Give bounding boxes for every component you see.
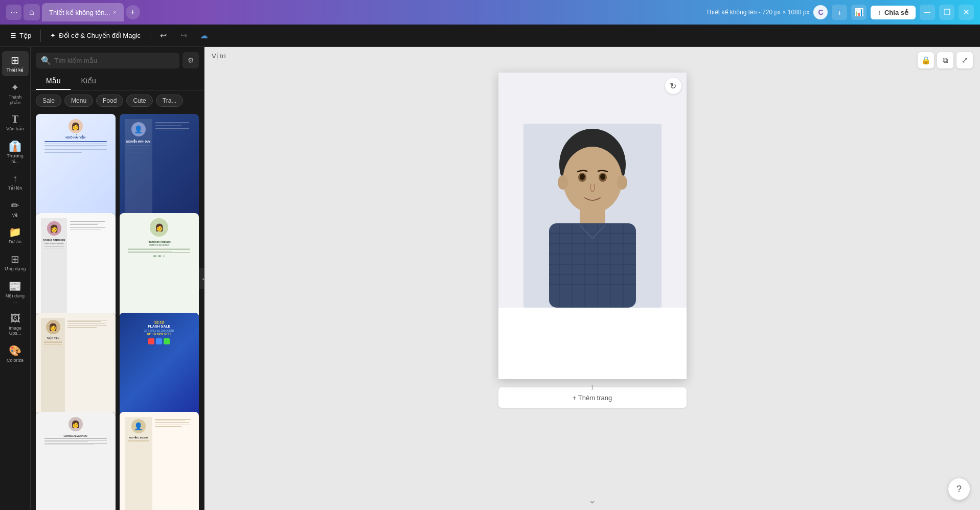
- canva-logo: C: [813, 5, 828, 19]
- add-tab-btn[interactable]: +: [126, 5, 140, 19]
- sidebar-item-van-ban[interactable]: T Văn bản: [2, 110, 29, 135]
- sidebar-item-ung-dung[interactable]: ⊞ Ứng dụng: [2, 250, 29, 275]
- lock-btn[interactable]: 🔒: [918, 52, 934, 68]
- template-card-4[interactable]: 👩 Francisco Andrade GRAPHIC DESIGNER: [120, 213, 199, 327]
- search-input[interactable]: [54, 57, 174, 64]
- sidebar-icons: ⊞ Thiết kế ✦ Thành phần T Văn bản 👔 Thươ…: [0, 47, 31, 510]
- minimize-icon: —: [924, 9, 930, 16]
- chip-travel[interactable]: Tra...: [156, 95, 184, 107]
- sidebar-item-noi-dung[interactable]: 📰 Nội dung ...: [2, 277, 29, 308]
- template-card-3[interactable]: 👩 DONNA STROUPE Sales Representative: [36, 213, 116, 327]
- filter-chips: Sale Menu Food Cute Tra...: [31, 90, 204, 111]
- template-card-2[interactable]: 👤 NGUYỄN MINH DUY: [120, 114, 199, 227]
- canvas-page-wrap: ↻ 1 + Thêm trang: [498, 73, 687, 449]
- cloud-save-btn[interactable]: ☁: [196, 28, 212, 43]
- plus-btn[interactable]: +: [832, 5, 847, 20]
- canvas-content: [498, 73, 687, 308]
- person-svg: [523, 124, 662, 308]
- tab-mau[interactable]: Mẫu: [36, 73, 71, 90]
- minimize-btn[interactable]: —: [920, 5, 935, 20]
- chip-cute[interactable]: Cute: [126, 95, 152, 107]
- design-title: Thiết kế không tên - 720 px × 1080 px: [706, 9, 809, 16]
- sidebar-item-ve[interactable]: ✏ Vẽ: [2, 196, 29, 221]
- sidebar-item-colorize[interactable]: 🎨 Colorize: [2, 341, 29, 366]
- thuong-hieu-label: Thương hi...: [4, 153, 27, 165]
- tai-len-icon: ↑: [13, 173, 18, 184]
- more-options-btn[interactable]: ⋯: [6, 5, 21, 20]
- restore-btn[interactable]: ❐: [939, 5, 954, 20]
- sidebar-item-thuong-hieu[interactable]: 👔 Thương hi...: [2, 137, 29, 168]
- close-window-icon: ✕: [963, 8, 970, 17]
- hide-panel-btn[interactable]: ◀: [199, 268, 204, 289]
- sidebar-item-image-ups[interactable]: 🖼 Image Ups...: [2, 310, 29, 340]
- canvas-page[interactable]: ↻: [498, 73, 687, 379]
- page-arrows[interactable]: ⌄: [588, 495, 596, 506]
- help-btn[interactable]: ?: [948, 478, 970, 500]
- expand-icon: ⤢: [962, 56, 968, 65]
- svg-point-20: [600, 174, 605, 180]
- filter-icon: ⚙: [188, 56, 194, 64]
- thuong-hieu-icon: 👔: [9, 140, 21, 152]
- sidebar-item-thiet-ke[interactable]: ⊞ Thiết kế: [2, 51, 29, 76]
- sidebar-item-du-an[interactable]: 📁 Dự án: [2, 223, 29, 248]
- image-ups-icon: 🖼: [10, 313, 20, 324]
- image-ups-label: Image Ups...: [4, 326, 27, 337]
- filter-btn[interactable]: ⚙: [183, 52, 199, 68]
- add-page-btn[interactable]: + Thêm trang: [498, 387, 687, 408]
- ung-dung-label: Ứng dụng: [5, 266, 26, 272]
- chip-sale[interactable]: Sale: [36, 95, 61, 107]
- template-card-6[interactable]: 12.12 FLASH SALE GET SPECIAL DISCOUNT UP…: [120, 313, 199, 426]
- sidebar-item-tai-len[interactable]: ↑ Tải lên: [2, 170, 29, 194]
- van-ban-icon: T: [12, 113, 18, 125]
- chip-food[interactable]: Food: [96, 95, 123, 107]
- ve-label: Vẽ: [12, 213, 18, 218]
- tai-len-label: Tải lên: [8, 186, 22, 191]
- analytics-btn[interactable]: 📊: [851, 5, 867, 20]
- lock-icon: 🔒: [921, 56, 931, 65]
- add-page-label: + Thêm trang: [573, 394, 612, 402]
- thiet-ke-icon: ⊞: [11, 54, 19, 66]
- redo-icon: ↪: [180, 31, 187, 40]
- redo-btn[interactable]: ↪: [176, 28, 191, 43]
- share-arrow-icon: ↑: [878, 9, 881, 16]
- svg-point-2: [563, 147, 622, 213]
- menu-btn[interactable]: ☰ Tệp: [6, 30, 35, 41]
- toolbar-sep-2: [150, 30, 150, 42]
- copy-icon: ⧉: [943, 56, 948, 65]
- home-btn[interactable]: ⌂: [24, 4, 40, 20]
- templates-grid: 👩 NGÔ HẢI YẾN: [31, 111, 204, 510]
- home-icon: ⌂: [29, 8, 34, 17]
- copy-layout-btn[interactable]: ⧉: [937, 52, 953, 68]
- cloud-icon: ☁: [200, 31, 208, 40]
- refresh-btn[interactable]: ↻: [665, 78, 681, 94]
- search-icon: 🔍: [41, 56, 51, 65]
- breadcrumb: Vị trí: [212, 52, 226, 60]
- svg-point-19: [580, 174, 585, 180]
- person-photo[interactable]: [523, 124, 662, 308]
- template-card-7[interactable]: 👩 LORNA ALVARADO: [36, 412, 116, 510]
- template-card-5[interactable]: 👩 THỦY TIÊN: [36, 313, 116, 426]
- templates-panel: 🔍 ⚙ Mẫu Kiểu Sale Menu Food Cute Tra...: [31, 47, 204, 510]
- toolbar: ☰ Tệp ✦ Đổi cỡ & Chuyển đổi Magic ↩ ↪ ☁: [0, 25, 980, 47]
- tabs-row: Mẫu Kiểu: [31, 73, 204, 90]
- share-button[interactable]: ↑ Chia sẻ: [871, 6, 916, 19]
- undo-btn[interactable]: ↩: [155, 28, 171, 43]
- tab-label: Thiết kế không tên...: [49, 9, 110, 16]
- noi-dung-icon: 📰: [9, 280, 21, 292]
- canvas-area: Vị trí 🔒 ⧉ ⤢: [204, 47, 980, 510]
- transform-btn[interactable]: ✦ Đổi cỡ & Chuyển đổi Magic: [46, 30, 145, 41]
- menu-icon: ☰: [10, 32, 16, 39]
- template-card-8[interactable]: 👤 NGUYỄN LAN ANH: [120, 412, 199, 510]
- add-tab-icon: +: [130, 8, 135, 17]
- chip-menu[interactable]: Menu: [64, 95, 93, 107]
- sidebar-item-thanh-phan[interactable]: ✦ Thành phần: [2, 78, 29, 109]
- transform-label: Đổi cỡ & Chuyển đổi Magic: [59, 32, 141, 39]
- close-window-btn[interactable]: ✕: [959, 5, 974, 20]
- expand-btn[interactable]: ⤢: [956, 52, 973, 68]
- transform-icon: ✦: [50, 32, 56, 39]
- template-card-1[interactable]: 👩 NGÔ HẢI YẾN: [36, 114, 116, 227]
- tab-close-icon[interactable]: ×: [113, 9, 116, 15]
- help-icon: ?: [956, 484, 962, 495]
- tab-kieu[interactable]: Kiểu: [71, 73, 106, 90]
- active-tab[interactable]: Thiết kế không tên... ×: [42, 3, 124, 21]
